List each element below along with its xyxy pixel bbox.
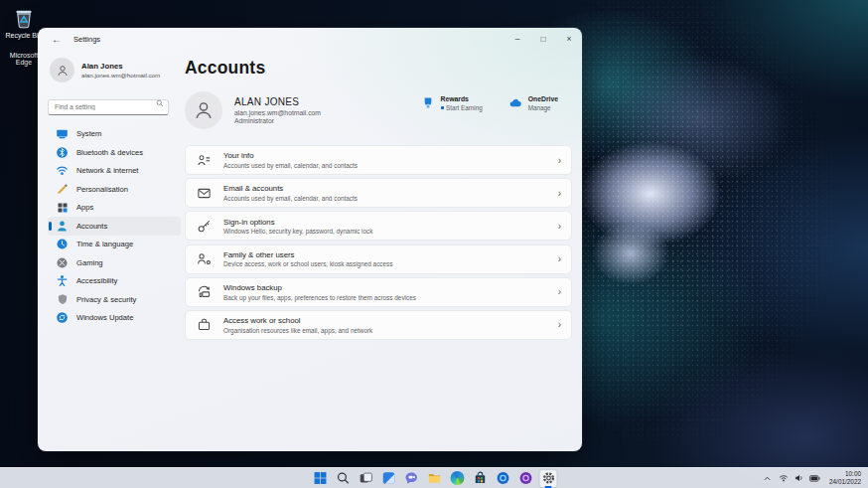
sidebar-item-label: Gaming [76,258,103,267]
sidebar-item-windows-update[interactable]: Windows Update [48,309,181,328]
windows-logo-icon [313,471,327,485]
edge-button[interactable] [449,470,466,487]
sidebar-item-gaming[interactable]: Gaming [48,253,181,272]
sidebar-item-label: Accessibility [76,276,117,285]
card-windows-backup[interactable]: Windows backup Back up your files, apps,… [185,277,572,307]
onedrive-link[interactable]: OneDrive Manage [508,95,558,111]
card-subtitle: Back up your files, apps, preferences to… [223,294,416,301]
sidebar-item-label: Time & language [76,240,133,248]
sidebar-user[interactable]: Alan Jones alan.jones.wm@hotmail.com [50,58,181,82]
volume-icon[interactable] [794,473,804,484]
desktop-icon-label: Microsoft Edge [10,52,38,66]
desktop: Recycle Bin Microsoft Edge ← Settings – … [0,0,868,488]
clock[interactable]: 10:00 24/01/2022 [825,470,865,486]
store-button[interactable] [472,470,489,487]
shield-icon [56,293,69,306]
app-blue-icon [496,471,509,485]
card-title: Sign-in options [223,218,372,227]
minimize-button[interactable]: – [505,29,530,49]
chat-button[interactable] [403,470,420,487]
rewards-medal-icon [421,96,435,110]
search-icon [336,471,350,485]
chevron-right-icon: › [558,155,561,166]
taskbar: 10:00 24/01/2022 [0,467,868,488]
card-title: Access work or school [223,316,372,325]
window-title: Settings [73,35,100,44]
onedrive-subtitle: Manage [528,104,551,111]
bluetooth-icon [56,146,69,159]
rewards-link[interactable]: Rewards Start Earning [421,95,483,111]
card-subtitle: Device access, work or school users, kio… [223,260,393,267]
card-sign-in-options[interactable]: Sign-in options Windows Hello, security … [185,211,572,241]
chat-icon [404,471,418,485]
key-icon [197,219,212,234]
settings-cards: Your info Accounts used by email, calend… [185,145,572,340]
battery-icon[interactable] [809,473,820,484]
close-button[interactable]: × [556,29,582,49]
sidebar-item-bluetooth-devices[interactable]: Bluetooth & devices [48,143,181,162]
start-button[interactable] [312,470,329,487]
search-input[interactable] [48,99,169,115]
sidebar-item-privacy-security[interactable]: Privacy & security [48,290,181,309]
app-purple-button[interactable] [517,470,534,487]
taskbar-center [312,468,557,488]
window-controls: – □ × [505,29,582,49]
store-bag-icon [473,471,487,485]
desktop-icon-label: Recycle Bin [6,32,43,39]
briefcase-icon [197,317,212,332]
task-view-button[interactable] [358,470,374,487]
envelope-icon [197,186,212,201]
rewards-subtitle: Start Earning [446,104,483,111]
card-family-other-users[interactable]: Family & other users Device access, work… [185,244,572,274]
update-arrows-icon [56,311,69,324]
widgets-button[interactable] [380,470,397,487]
sidebar-item-system[interactable]: System [48,125,181,144]
sidebar-item-network-internet[interactable]: Network & internet [48,162,181,181]
profile-name: ALAN JONES [234,96,321,107]
chevron-right-icon: › [558,319,561,330]
chevron-up-icon[interactable] [762,473,773,484]
rewards-title: Rewards [441,95,483,102]
profile-avatar-icon [185,91,222,129]
accessibility-person-icon [56,274,69,287]
card-your-info[interactable]: Your info Accounts used by email, calend… [185,145,572,175]
card-email-accounts[interactable]: Email & accounts Accounts used by email,… [185,178,572,208]
taskbar-search-button[interactable] [335,470,352,487]
back-button[interactable]: ← [46,31,68,47]
wifi-icon[interactable] [778,473,789,484]
sidebar-item-accounts[interactable]: Accounts [48,217,181,236]
people-plus-icon [197,251,212,266]
card-subtitle: Accounts used by email, calendar, and co… [223,162,358,169]
sidebar-item-apps[interactable]: Apps [48,199,181,218]
card-access-work-school[interactable]: Access work or school Organisation resou… [185,310,572,340]
sidebar-user-email: alan.jones.wm@hotmail.com [81,72,160,79]
contact-card-icon [197,153,212,168]
chevron-right-icon: › [558,286,561,297]
app-purple-icon [518,471,532,485]
sidebar-item-time-language[interactable]: Time & language [48,236,181,254]
titlebar: ← Settings – □ × [38,28,582,50]
settings-taskbar-button[interactable] [540,470,557,487]
backup-sync-icon [197,284,212,299]
sidebar-item-personalisation[interactable]: Personalisation [48,180,181,199]
sidebar-item-label: Apps [76,203,93,212]
promo-links: Rewards Start Earning OneDrive Manage [421,95,559,111]
folder-icon [427,471,441,485]
brush-icon [56,183,69,196]
sidebar-item-accessibility[interactable]: Accessibility [48,272,181,291]
chevron-right-icon: › [558,253,561,264]
bullet-icon [441,106,444,109]
file-explorer-button[interactable] [426,470,443,487]
sidebar-item-label: Accounts [76,222,107,231]
onedrive-title: OneDrive [528,95,558,102]
search-box [48,95,169,115]
card-title: Your info [223,151,358,160]
card-title: Windows backup [223,283,416,292]
maximize-button[interactable]: □ [530,29,556,49]
app-blue-button[interactable] [495,470,511,487]
chevron-right-icon: › [558,188,561,199]
gear-icon [541,471,555,485]
profile-email: alan.jones.wm@hotmail.com [234,109,321,116]
system-icon [56,127,69,140]
wifi-icon [56,164,69,177]
